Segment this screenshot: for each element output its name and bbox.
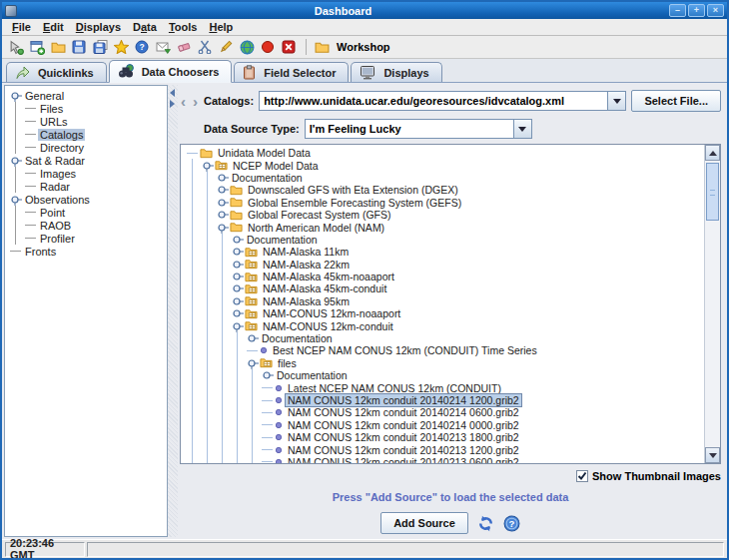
select-file-button[interactable]: Select File... — [631, 90, 721, 112]
tab-displays[interactable]: Displays — [351, 62, 441, 82]
catalog-node-item-documentation[interactable]: Documentation — [181, 332, 704, 344]
catalog-node-item-nam-alaska-11km[interactable]: NAM-Alaska 11km — [181, 246, 704, 258]
chooser-category-item-urls[interactable]: URLs — [5, 115, 167, 128]
minimize-icon[interactable]: – — [669, 4, 686, 17]
menu-displays[interactable]: Displays — [72, 20, 129, 34]
expand-right-icon[interactable] — [170, 100, 175, 108]
catalog-node-item-ncep-model-data[interactable]: NCEP Model Data — [181, 159, 704, 171]
chooser-category-item-fronts[interactable]: Fronts — [5, 245, 167, 258]
catalog-node-item-documentation[interactable]: Documentation — [181, 234, 704, 246]
catalog-node-item-nam-conus-12km-conduit-20140213-1800-grib2[interactable]: NAM CONUS 12km conduit 20140213 1800.gri… — [181, 431, 704, 443]
expand-node-icon[interactable] — [247, 332, 260, 344]
catalog-node-item-downscaled-gfs-with-eta-extension-dgex[interactable]: Downscaled GFS with Eta Extension (DGEX) — [181, 184, 704, 196]
catalog-node-item-nam-conus-12km-noaaport[interactable]: NAM-CONUS 12km-noaaport — [181, 307, 704, 319]
expand-node-icon[interactable] — [232, 234, 245, 246]
refresh-icon[interactable] — [477, 515, 494, 532]
datasource-type-dropdown-icon[interactable] — [513, 120, 531, 138]
support-email-icon[interactable] — [154, 38, 172, 56]
tab-quicklinks[interactable]: Quicklinks — [6, 62, 107, 82]
catalog-tree-scrollbar[interactable] — [704, 145, 720, 463]
scrollbar-track[interactable] — [705, 161, 720, 447]
catalog-node-item-global-ensemble-forecasting-system-gefs[interactable]: Global Ensemble Forecasting System (GEFS… — [181, 197, 704, 209]
expand-node-icon[interactable] — [232, 259, 245, 271]
catalog-node-item-nam-conus-12km-conduit-20140214-0000-grib2[interactable]: NAM CONUS 12km conduit 20140214 0000.gri… — [181, 419, 704, 431]
back-chevron-icon[interactable]: ‹ — [180, 94, 187, 109]
chooser-category-item-radar[interactable]: Radar — [5, 180, 167, 193]
collapse-node-icon[interactable] — [247, 357, 260, 369]
catalog-node-item-documentation[interactable]: Documentation — [181, 369, 704, 381]
open-folder-icon[interactable] — [49, 38, 67, 56]
chooser-category-item-catalogs[interactable]: Catalogs — [5, 128, 167, 141]
catalog-node-item-nam-alaska-22km[interactable]: NAM-Alaska 22km — [181, 259, 704, 271]
menu-file[interactable]: File — [8, 20, 39, 34]
catalog-node-item-nam-conus-12km-conduit-20140214-1200-grib2[interactable]: NAM CONUS 12km conduit 20140214 1200.gri… — [181, 394, 704, 406]
save-copy-icon[interactable] — [91, 38, 109, 56]
forward-chevron-icon[interactable]: › — [192, 94, 199, 109]
eraser-icon[interactable] — [175, 38, 193, 56]
pointer-icon[interactable] — [7, 38, 25, 56]
collapse-node-icon[interactable] — [232, 320, 245, 332]
datasource-type-value[interactable]: I'm Feeling Lucky — [306, 120, 513, 138]
collapse-node-icon[interactable] — [10, 194, 23, 206]
split-pane-divider[interactable] — [168, 85, 178, 537]
title-bar[interactable]: Dashboard – + × — [2, 2, 727, 19]
expand-node-icon[interactable] — [232, 282, 245, 294]
scroll-down-icon[interactable] — [705, 447, 720, 463]
globe-icon[interactable] — [238, 38, 256, 56]
menu-data[interactable]: Data — [129, 20, 165, 34]
catalog-url-combo[interactable]: http://www.unidata.ucar.edu/georesources… — [259, 91, 626, 111]
new-window-icon[interactable] — [28, 38, 46, 56]
collapse-node-icon[interactable] — [10, 90, 23, 102]
catalog-node-item-latest-ncep-nam-conus-12km-conduit[interactable]: Latest NCEP NAM CONUS 12km (CONDUIT) — [181, 381, 704, 393]
menu-tools[interactable]: Tools — [165, 20, 206, 34]
expand-node-icon[interactable] — [217, 172, 230, 184]
tab-data-choosers[interactable]: Data Choosers — [109, 60, 233, 83]
workshop-toolbar-group[interactable]: Workshop — [315, 41, 390, 54]
catalog-node-item-documentation[interactable]: Documentation — [181, 172, 704, 184]
collapse-left-icon[interactable] — [170, 89, 175, 97]
menu-edit[interactable]: Edit — [39, 20, 72, 34]
catalog-node-item-unidata-model-data[interactable]: Unidata Model Data — [181, 147, 704, 159]
expand-node-icon[interactable] — [232, 271, 245, 282]
show-thumbnails-checkbox[interactable] — [576, 470, 588, 482]
chooser-category-item-point[interactable]: Point — [5, 206, 167, 219]
catalog-node-item-best-ncep-nam-conus-12km-conduit-time-series[interactable]: Best NCEP NAM CONUS 12km (CONDUIT) Time … — [181, 344, 704, 356]
cut-icon[interactable] — [196, 38, 214, 56]
catalog-node-item-global-forecast-system-gfs[interactable]: Global Forecast System (GFS) — [181, 209, 704, 221]
close-icon[interactable]: × — [707, 4, 724, 17]
catalog-node-item-nam-conus-12km-conduit[interactable]: NAM-CONUS 12km-conduit — [181, 319, 704, 331]
chooser-category-item-directory[interactable]: Directory — [5, 141, 167, 154]
catalog-url-dropdown-icon[interactable] — [607, 92, 625, 110]
expand-node-icon[interactable] — [232, 295, 245, 307]
save-icon[interactable] — [70, 38, 88, 56]
add-source-button[interactable]: Add Source — [380, 512, 468, 534]
chooser-category-item-sat-radar[interactable]: Sat & Radar — [5, 154, 167, 167]
catalog-url-value[interactable]: http://www.unidata.ucar.edu/georesources… — [260, 92, 607, 110]
stop-remove-icon[interactable] — [280, 38, 298, 56]
menu-help[interactable]: Help — [205, 20, 241, 34]
help-icon[interactable]: ? — [133, 38, 151, 56]
catalog-node-item-nam-conus-12km-conduit-20140213-1200-grib2[interactable]: NAM CONUS 12km conduit 20140213 1200.gri… — [181, 443, 704, 455]
catalog-node-item-nam-conus-12km-conduit-20140214-0600-grib2[interactable]: NAM CONUS 12km conduit 20140214 0600.gri… — [181, 406, 704, 418]
catalog-node-item-north-american-model-nam[interactable]: North American Model (NAM) — [181, 221, 704, 233]
chooser-category-item-images[interactable]: Images — [5, 167, 167, 180]
catalog-node-item-nam-alaska-45km-conduit[interactable]: NAM-Alaska 45km-conduit — [181, 282, 704, 294]
chooser-category-item-profiler[interactable]: Profiler — [5, 232, 167, 245]
collapse-node-icon[interactable] — [217, 222, 230, 234]
expand-node-icon[interactable] — [217, 184, 230, 196]
expand-node-icon[interactable] — [232, 246, 245, 258]
datasource-type-combo[interactable]: I'm Feeling Lucky — [305, 119, 532, 139]
collapse-node-icon[interactable] — [10, 155, 23, 167]
chooser-category-item-general[interactable]: General — [5, 89, 167, 102]
expand-node-icon[interactable] — [217, 197, 230, 209]
favorites-star-icon[interactable] — [112, 38, 130, 56]
catalog-node-item-files[interactable]: files — [181, 357, 704, 369]
catalog-node-item-nam-alaska-45km-noaaport[interactable]: NAM-Alaska 45km-noaaport — [181, 271, 704, 282]
help-icon[interactable]: ? — [503, 515, 520, 532]
expand-node-icon[interactable] — [217, 209, 230, 221]
expand-node-icon[interactable] — [262, 369, 275, 381]
tab-field-selector[interactable]: Field Selector — [234, 62, 349, 82]
edit-pencil-icon[interactable] — [217, 38, 235, 56]
catalog-node-item-nam-conus-12km-conduit-20140213-0600-grib2[interactable]: NAM CONUS 12km conduit 20140213 0600.gri… — [181, 456, 704, 463]
scroll-up-icon[interactable] — [705, 145, 720, 161]
